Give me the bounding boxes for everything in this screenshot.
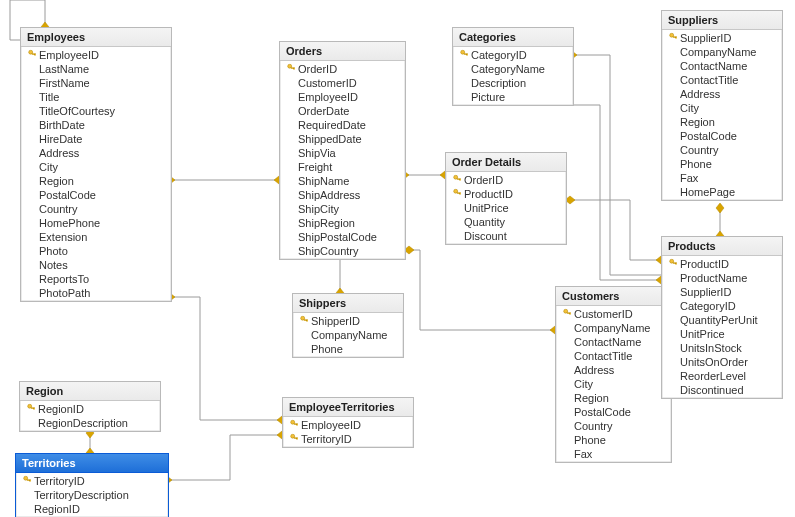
column[interactable]: ProductName bbox=[662, 271, 782, 285]
entity-suppliers[interactable]: SuppliersSupplierIDCompanyNameContactNam… bbox=[661, 10, 783, 201]
entity-title[interactable]: Orders bbox=[280, 42, 405, 61]
column[interactable]: TitleOfCourtesy bbox=[21, 104, 171, 118]
column[interactable]: SupplierID bbox=[662, 285, 782, 299]
column[interactable]: ShipCountry bbox=[280, 244, 405, 258]
column[interactable]: City bbox=[556, 377, 671, 391]
entity-orderdetails[interactable]: Order DetailsOrderIDProductIDUnitPriceQu… bbox=[445, 152, 567, 245]
column[interactable]: EmployeeID bbox=[283, 418, 413, 432]
column[interactable]: ContactTitle bbox=[556, 349, 671, 363]
entity-title[interactable]: Order Details bbox=[446, 153, 566, 172]
column[interactable]: ShipperID bbox=[293, 314, 403, 328]
entity-title[interactable]: Shippers bbox=[293, 294, 403, 313]
column[interactable]: EmployeeID bbox=[21, 48, 171, 62]
column[interactable]: Discontinued bbox=[662, 383, 782, 397]
column[interactable]: CompanyName bbox=[293, 328, 403, 342]
column[interactable]: UnitPrice bbox=[662, 327, 782, 341]
column[interactable]: FirstName bbox=[21, 76, 171, 90]
diagram-canvas[interactable]: { "tables": { "employees": { "title": "E… bbox=[0, 0, 795, 517]
column[interactable]: Phone bbox=[293, 342, 403, 356]
column[interactable]: HomePhone bbox=[21, 216, 171, 230]
column[interactable]: TerritoryID bbox=[283, 432, 413, 446]
column[interactable]: City bbox=[21, 160, 171, 174]
column[interactable]: Freight bbox=[280, 160, 405, 174]
column[interactable]: LastName bbox=[21, 62, 171, 76]
column[interactable]: HireDate bbox=[21, 132, 171, 146]
column[interactable]: CompanyName bbox=[556, 321, 671, 335]
column[interactable]: CategoryID bbox=[662, 299, 782, 313]
column[interactable]: UnitsOnOrder bbox=[662, 355, 782, 369]
column[interactable]: ContactName bbox=[662, 59, 782, 73]
entity-title[interactable]: Categories bbox=[453, 28, 573, 47]
column[interactable]: Title bbox=[21, 90, 171, 104]
column[interactable]: City bbox=[662, 101, 782, 115]
column[interactable]: RequiredDate bbox=[280, 118, 405, 132]
column[interactable]: ShipCity bbox=[280, 202, 405, 216]
column[interactable]: ProductID bbox=[446, 187, 566, 201]
column[interactable]: Address bbox=[662, 87, 782, 101]
column[interactable]: CategoryName bbox=[453, 62, 573, 76]
entity-title[interactable]: Customers bbox=[556, 287, 671, 306]
entity-region[interactable]: RegionRegionIDRegionDescription bbox=[19, 381, 161, 432]
column[interactable]: ProductID bbox=[662, 257, 782, 271]
entity-categories[interactable]: CategoriesCategoryIDCategoryNameDescript… bbox=[452, 27, 574, 106]
column[interactable]: ReportsTo bbox=[21, 272, 171, 286]
column[interactable]: Region bbox=[662, 115, 782, 129]
column[interactable]: Address bbox=[556, 363, 671, 377]
column[interactable]: Description bbox=[453, 76, 573, 90]
column[interactable]: PostalCode bbox=[21, 188, 171, 202]
column[interactable]: CategoryID bbox=[453, 48, 573, 62]
entity-title[interactable]: Employees bbox=[21, 28, 171, 47]
column[interactable]: RegionID bbox=[20, 402, 160, 416]
column[interactable]: Picture bbox=[453, 90, 573, 104]
column[interactable]: ContactName bbox=[556, 335, 671, 349]
column[interactable]: UnitPrice bbox=[446, 201, 566, 215]
column[interactable]: CustomerID bbox=[556, 307, 671, 321]
column[interactable]: RegionID bbox=[16, 502, 168, 516]
entity-title[interactable]: Territories bbox=[16, 454, 168, 473]
entity-title[interactable]: EmployeeTerritories bbox=[283, 398, 413, 417]
column[interactable]: PhotoPath bbox=[21, 286, 171, 300]
column[interactable]: Country bbox=[662, 143, 782, 157]
column[interactable]: Quantity bbox=[446, 215, 566, 229]
column[interactable]: TerritoryID bbox=[16, 474, 168, 488]
column[interactable]: ShipVia bbox=[280, 146, 405, 160]
column[interactable]: ShipAddress bbox=[280, 188, 405, 202]
column[interactable]: Photo bbox=[21, 244, 171, 258]
column[interactable]: TerritoryDescription bbox=[16, 488, 168, 502]
entity-title[interactable]: Suppliers bbox=[662, 11, 782, 30]
column[interactable]: Region bbox=[556, 391, 671, 405]
entity-territories[interactable]: TerritoriesTerritoryIDTerritoryDescripti… bbox=[15, 453, 169, 517]
entity-products[interactable]: ProductsProductIDProductNameSupplierIDCa… bbox=[661, 236, 783, 399]
column[interactable]: ShipName bbox=[280, 174, 405, 188]
column[interactable]: Notes bbox=[21, 258, 171, 272]
entity-title[interactable]: Products bbox=[662, 237, 782, 256]
column[interactable]: Address bbox=[21, 146, 171, 160]
column[interactable]: RegionDescription bbox=[20, 416, 160, 430]
column[interactable]: Fax bbox=[556, 447, 671, 461]
column[interactable]: SupplierID bbox=[662, 31, 782, 45]
column[interactable]: QuantityPerUnit bbox=[662, 313, 782, 327]
column[interactable]: Discount bbox=[446, 229, 566, 243]
column[interactable]: Country bbox=[556, 419, 671, 433]
column[interactable]: OrderDate bbox=[280, 104, 405, 118]
column[interactable]: CompanyName bbox=[662, 45, 782, 59]
column[interactable]: BirthDate bbox=[21, 118, 171, 132]
entity-title[interactable]: Region bbox=[20, 382, 160, 401]
column[interactable]: ShipRegion bbox=[280, 216, 405, 230]
entity-shippers[interactable]: ShippersShipperIDCompanyNamePhone bbox=[292, 293, 404, 358]
column[interactable]: EmployeeID bbox=[280, 90, 405, 104]
column[interactable]: CustomerID bbox=[280, 76, 405, 90]
column[interactable]: Phone bbox=[556, 433, 671, 447]
column[interactable]: ReorderLevel bbox=[662, 369, 782, 383]
column[interactable]: Country bbox=[21, 202, 171, 216]
entity-orders[interactable]: OrdersOrderIDCustomerIDEmployeeIDOrderDa… bbox=[279, 41, 406, 260]
column[interactable]: HomePage bbox=[662, 185, 782, 199]
column[interactable]: Extension bbox=[21, 230, 171, 244]
column[interactable]: ShippedDate bbox=[280, 132, 405, 146]
column[interactable]: ShipPostalCode bbox=[280, 230, 405, 244]
column[interactable]: Fax bbox=[662, 171, 782, 185]
column[interactable]: PostalCode bbox=[556, 405, 671, 419]
column[interactable]: PostalCode bbox=[662, 129, 782, 143]
entity-employeeterritories[interactable]: EmployeeTerritoriesEmployeeIDTerritoryID bbox=[282, 397, 414, 448]
entity-employees[interactable]: EmployeesEmployeeIDLastNameFirstNameTitl… bbox=[20, 27, 172, 302]
